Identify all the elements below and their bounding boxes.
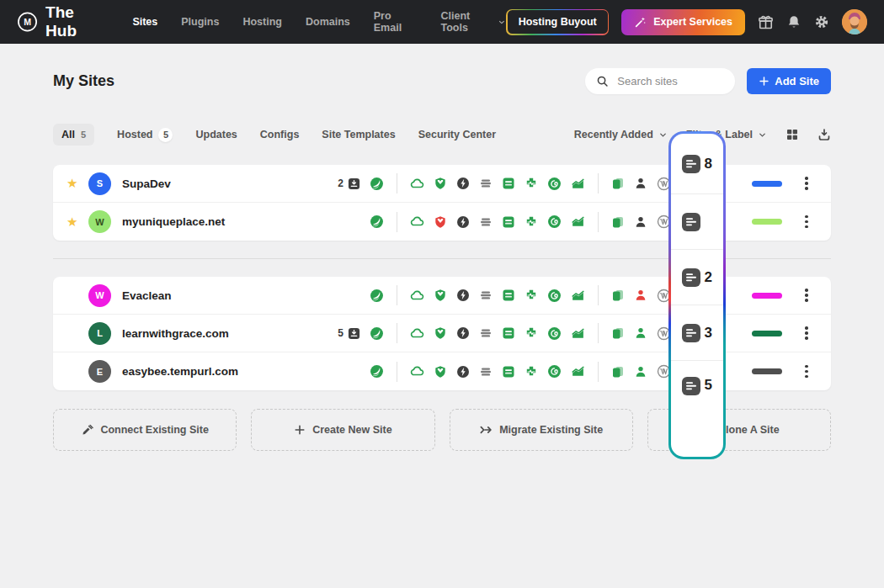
migrate-existing-site-button[interactable]: Migrate Existing Site (450, 409, 633, 451)
smartcrawl-icon[interactable] (547, 364, 562, 379)
gift-icon[interactable] (758, 14, 774, 30)
kebab-menu-icon[interactable] (794, 289, 819, 302)
sort-dropdown[interactable]: Recently Added (574, 129, 668, 140)
nav-item-sites[interactable]: Sites (132, 16, 157, 28)
tab-site-templates[interactable]: Site Templates (322, 129, 395, 140)
bell-icon[interactable] (786, 14, 801, 29)
snapshot-icon[interactable] (611, 215, 625, 229)
tab-updates[interactable]: Updates (195, 129, 237, 140)
smartcrawl-icon[interactable] (547, 215, 562, 229)
hustle-icon[interactable] (525, 177, 538, 190)
hosting-cloud-icon[interactable] (410, 289, 424, 303)
analytics-icon[interactable] (571, 289, 585, 303)
snapshot-icon[interactable] (611, 289, 625, 302)
defender-icon[interactable] (434, 365, 447, 379)
smush-icon[interactable] (370, 326, 384, 341)
notes-count-cell[interactable]: 8 (671, 134, 723, 194)
grid-view-icon[interactable] (785, 128, 799, 141)
analytics-icon[interactable] (571, 177, 585, 191)
kebab-menu-icon[interactable] (794, 215, 819, 229)
snapshot-icon[interactable] (611, 365, 625, 379)
hosting-cloud-icon[interactable] (410, 177, 424, 191)
kebab-menu-icon[interactable] (794, 365, 819, 379)
snapshot-icon[interactable] (611, 177, 625, 190)
analytics-icon[interactable] (571, 326, 585, 341)
snapshot-icon[interactable] (611, 326, 625, 340)
analytics-icon[interactable] (571, 215, 585, 229)
smush-icon[interactable] (370, 177, 384, 191)
tab-configs[interactable]: Configs (260, 129, 300, 140)
defender-icon[interactable] (434, 289, 447, 302)
hummingbird-icon[interactable] (456, 289, 470, 302)
expert-services-button[interactable]: Expert Services (621, 9, 745, 35)
site-name[interactable]: SupaDev (122, 177, 327, 190)
nav-item-hosting[interactable]: Hosting (242, 16, 282, 28)
forminator-icon[interactable] (502, 215, 515, 229)
notes-count-cell[interactable]: 5 (671, 361, 723, 457)
site-name[interactable]: myuniqueplace.net (122, 215, 327, 228)
shipper-icon[interactable] (479, 215, 493, 229)
forminator-icon[interactable] (502, 326, 515, 340)
user-icon[interactable] (634, 365, 647, 379)
defender-icon[interactable] (434, 215, 447, 229)
site-label-pill[interactable] (752, 293, 782, 299)
notes-count-cell[interactable]: 3 (671, 305, 723, 361)
site-label-pill[interactable] (752, 181, 782, 187)
user-icon[interactable] (634, 215, 647, 229)
updates-badge[interactable]: 2 (327, 177, 360, 190)
smartcrawl-icon[interactable] (547, 177, 562, 191)
tab-hosted[interactable]: Hosted5 (117, 128, 173, 142)
favorite-star-icon[interactable]: ★ (67, 176, 88, 191)
user-icon[interactable] (634, 177, 647, 190)
nav-item-client-tools[interactable]: Client Tools (440, 10, 506, 34)
hosting-buyout-button[interactable]: Hosting Buyout (506, 9, 609, 35)
user-icon[interactable] (634, 326, 647, 340)
shipper-icon[interactable] (479, 326, 493, 340)
defender-icon[interactable] (434, 177, 447, 190)
smartcrawl-icon[interactable] (547, 289, 562, 303)
shipper-icon[interactable] (479, 177, 493, 190)
site-label-pill[interactable] (752, 331, 782, 336)
hustle-icon[interactable] (525, 289, 538, 302)
nav-item-plugins[interactable]: Plugins (181, 16, 219, 28)
tab-security-center[interactable]: Security Center (418, 129, 496, 140)
analytics-icon[interactable] (571, 364, 585, 379)
tab-all[interactable]: All5 (53, 124, 94, 146)
favorite-star-icon[interactable]: ★ (67, 215, 88, 230)
site-name[interactable]: easybee.tempurl.com (122, 365, 327, 378)
hummingbird-icon[interactable] (456, 177, 470, 190)
hustle-icon[interactable] (525, 365, 538, 379)
hustle-icon[interactable] (525, 215, 538, 229)
shipper-icon[interactable] (479, 365, 493, 379)
forminator-icon[interactable] (502, 177, 515, 190)
add-site-button[interactable]: Add Site (747, 68, 831, 94)
search-box[interactable] (585, 68, 735, 94)
hummingbird-icon[interactable] (456, 215, 470, 229)
hummingbird-icon[interactable] (456, 326, 470, 340)
hummingbird-icon[interactable] (456, 365, 470, 379)
smartcrawl-icon[interactable] (547, 326, 562, 341)
shipper-icon[interactable] (479, 289, 493, 302)
forminator-icon[interactable] (502, 289, 515, 302)
defender-icon[interactable] (434, 326, 447, 340)
export-icon[interactable] (817, 128, 831, 141)
site-name[interactable]: learnwithgrace.com (122, 327, 327, 340)
site-name[interactable]: Evaclean (122, 289, 327, 302)
search-input[interactable] (615, 74, 724, 88)
hub-logo[interactable]: M The Hub (17, 3, 107, 40)
smush-icon[interactable] (370, 289, 384, 303)
updates-badge[interactable]: 5 (327, 327, 360, 340)
user-avatar[interactable] (842, 9, 867, 34)
hustle-icon[interactable] (525, 326, 538, 340)
nav-item-pro-email[interactable]: Pro Email (374, 10, 418, 34)
notes-count-cell[interactable]: 2 (671, 250, 723, 305)
kebab-menu-icon[interactable] (794, 326, 819, 340)
site-label-pill[interactable] (752, 368, 782, 374)
kebab-menu-icon[interactable] (794, 177, 819, 190)
notes-count-cell[interactable] (671, 194, 723, 250)
connect-existing-site-button[interactable]: Connect Existing Site (53, 409, 237, 451)
site-label-pill[interactable] (752, 219, 782, 225)
smush-icon[interactable] (370, 215, 384, 229)
hosting-cloud-icon[interactable] (410, 215, 424, 229)
hosting-cloud-icon[interactable] (410, 326, 424, 341)
